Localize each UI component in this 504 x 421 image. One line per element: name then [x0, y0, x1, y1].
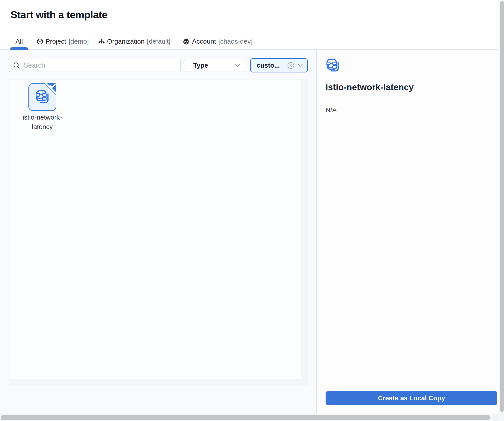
grid-horizontal-scrollbar[interactable]	[9, 379, 301, 385]
search-icon	[13, 62, 20, 69]
tab-project-label: Project	[46, 38, 66, 45]
tab-organization-scope: [default]	[147, 38, 170, 45]
template-description: N/A	[326, 106, 336, 114]
search-box	[9, 59, 181, 72]
layers-icon	[183, 38, 190, 44]
custom-tag-filter-value: custo...	[257, 62, 288, 69]
tab-organization[interactable]: Organization [default]	[98, 35, 170, 47]
template-details-panel	[317, 50, 499, 414]
template-card-label: istio-network-latency	[16, 113, 69, 131]
search-input[interactable]	[24, 61, 176, 69]
clear-filter-icon[interactable]	[288, 62, 294, 69]
template-grid: istio-network-latency	[9, 79, 308, 385]
page-title: Start with a template	[11, 9, 107, 21]
grid-vertical-scrollbar[interactable]	[301, 79, 307, 385]
tab-project-scope: [demo]	[68, 38, 89, 45]
chevron-down-icon	[298, 64, 303, 67]
selected-check-icon	[45, 83, 56, 95]
tab-account-label: Account	[192, 38, 216, 45]
tab-all-label: All	[15, 38, 23, 45]
custom-tag-filter-dropdown[interactable]: custo...	[250, 58, 308, 72]
tab-organization-label: Organization	[107, 38, 144, 45]
create-local-copy-button[interactable]: Create as Local Copy	[326, 391, 497, 405]
type-filter-label: Type	[193, 62, 235, 69]
org-chart-icon	[98, 39, 105, 44]
chevron-down-icon	[235, 64, 240, 67]
tab-account-scope: [chaos-dev]	[218, 38, 252, 45]
vertical-scrollbar-thumb[interactable]	[500, 1, 504, 412]
cube-icon	[37, 38, 43, 45]
template-icon	[326, 59, 340, 73]
tab-project[interactable]: Project [demo]	[37, 35, 89, 47]
tab-all[interactable]: All	[10, 35, 28, 47]
template-title: istio-network-latency	[326, 82, 414, 92]
horizontal-scrollbar-thumb[interactable]	[1, 415, 490, 420]
tab-account[interactable]: Account [chaos-dev]	[183, 35, 253, 47]
type-filter-dropdown[interactable]: Type	[185, 59, 246, 72]
template-card[interactable]	[28, 83, 56, 111]
